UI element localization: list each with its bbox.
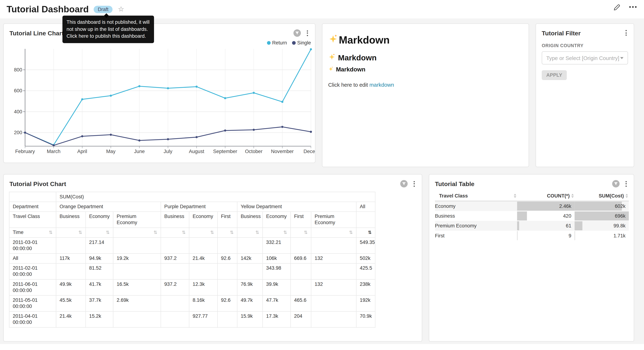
sort-icon[interactable]: [626, 194, 628, 198]
column-header-count[interactable]: COUNT(*): [517, 191, 574, 201]
sort-icon[interactable]: ⇅: [49, 230, 52, 236]
sparkles-icon: [328, 66, 334, 73]
svg-text:May: May: [106, 148, 116, 154]
data-point: [224, 97, 226, 99]
svg-text:November: November: [271, 148, 294, 154]
pivot-subcolumn-header: Premium Economy: [113, 212, 161, 228]
kebab-menu-icon[interactable]: [412, 180, 417, 188]
edit-markdown-link[interactable]: markdown: [369, 82, 394, 88]
value-cell: 420: [517, 211, 574, 221]
sort-icon[interactable]: ⇅: [304, 230, 308, 236]
pivot-subcolumn-header: Business: [161, 212, 189, 228]
markdown-heading-1-text: Markdown: [339, 34, 390, 46]
legend-item-single[interactable]: Single: [292, 40, 311, 46]
sort-icon[interactable]: ⇅: [78, 230, 82, 236]
data-point: [167, 87, 169, 90]
unpublished-tooltip: This dashboard is not published, it will…: [62, 16, 154, 43]
sort-icon-active[interactable]: ⇅: [368, 230, 372, 236]
pivot-value-cell: [237, 238, 262, 254]
value-cell: 99.8k: [574, 221, 629, 231]
legend-dot: [292, 41, 296, 44]
pivot-value-cell: [161, 263, 189, 279]
legend-item-return[interactable]: Return: [267, 40, 287, 46]
sort-icon[interactable]: ⇅: [154, 230, 157, 236]
sort-icon[interactable]: ⇅: [283, 230, 287, 236]
travel-class-cell: Business: [435, 211, 517, 221]
pivot-value-cell: [311, 238, 356, 254]
sparkles-icon: [328, 53, 336, 62]
pivot-subcolumn-header: Economy: [263, 212, 290, 228]
table-row: Business420696k: [435, 211, 629, 221]
sort-icon[interactable]: [514, 194, 516, 198]
more-options-icon[interactable]: [629, 4, 636, 10]
pivot-row: 2011-05-01 00:00:0045.5k37.7k2.69k8.16k9…: [9, 296, 375, 311]
svg-text:July: July: [164, 148, 172, 154]
pivot-subcolumn-header: Economy: [86, 212, 113, 228]
data-point: [196, 136, 198, 138]
filter-card: Tutorial Filter ORIGIN COUNTRY Type or S…: [536, 24, 634, 167]
origin-country-label: ORIGIN COUNTRY: [542, 43, 628, 48]
sort-icon[interactable]: ⇅: [349, 230, 353, 236]
pivot-row: 2011-04-01 00:00:0021.4k15.2k927.7715.9k…: [9, 311, 375, 327]
pivot-row: 2011-06-01 00:00:0049.9k41.7k16.5k937.21…: [9, 280, 375, 296]
origin-country-select[interactable]: Type or Select [Origin Country]: [542, 51, 628, 64]
edit-dashboard-icon[interactable]: [613, 4, 620, 12]
pivot-value-cell: 343.98: [263, 263, 290, 279]
data-point: [253, 129, 255, 131]
sort-icon[interactable]: ⇅: [210, 230, 214, 236]
pivot-value-cell: 238k: [356, 280, 375, 296]
column-header-travel-class[interactable]: Travel Class: [435, 191, 517, 201]
sort-icon[interactable]: ⇅: [106, 230, 110, 236]
pivot-value-cell: 549.35: [356, 238, 375, 254]
pivot-value-cell: 76.9k: [237, 280, 262, 296]
column-header-sum-cost[interactable]: SUM(Cost): [574, 191, 629, 201]
filter-indicator-icon[interactable]: [612, 180, 620, 188]
pivot-row-header: 2011-06-01 00:00:00: [9, 280, 56, 296]
sort-icon[interactable]: ⇅: [256, 230, 259, 236]
pivot-value-cell: [56, 238, 86, 254]
svg-text:800: 800: [14, 67, 22, 72]
markdown-paragraph-text: Click here to edit: [328, 82, 369, 88]
sort-icon[interactable]: ⇅: [230, 230, 234, 236]
pivot-value-cell: 41.7k: [86, 280, 113, 296]
sort-icon[interactable]: ⇅: [182, 230, 186, 236]
pivot-measure-header: SUM(Cost): [56, 192, 375, 202]
kebab-menu-icon[interactable]: [624, 180, 629, 188]
data-point: [138, 85, 140, 88]
chart-legend: ReturnSingle: [267, 40, 311, 46]
apply-button[interactable]: APPLY: [542, 70, 567, 80]
travel-class-cell: Economy: [435, 201, 517, 211]
pivot-value-cell: 332.21: [263, 238, 290, 254]
pivot-row: All117k94.9k19.2k937.221.4k92.6142k106k6…: [9, 254, 375, 263]
filter-indicator-icon[interactable]: [293, 29, 301, 37]
pivot-value-cell: [161, 311, 189, 327]
kebab-menu-icon[interactable]: [305, 30, 310, 37]
pivot-subcolumn-header: Premium Economy: [311, 212, 356, 228]
pivot-value-cell: 19.2k: [113, 254, 161, 263]
value-cell: 2.46k: [517, 201, 574, 211]
pivot-value-cell: [311, 311, 356, 327]
pivot-subdimension-header: Travel Class: [9, 212, 56, 228]
favorite-star-icon[interactable]: ☆: [118, 6, 124, 13]
kebab-menu-icon[interactable]: [624, 29, 629, 37]
table-card-title: Tutorial Table: [435, 180, 474, 187]
legend-label: Return: [272, 40, 287, 46]
value-cell: 9: [517, 231, 574, 240]
pivot-value-cell: 15.9k: [237, 311, 262, 327]
pivot-subcolumn-header: First: [218, 212, 237, 228]
pivot-sort-cell: ⇅: [263, 228, 290, 238]
pivot-row-dimension-label: Time: [13, 230, 24, 236]
table-row: Economy2.46k602k: [435, 201, 629, 211]
pivot-dimension-header: Department: [9, 202, 56, 212]
header-actions: [613, 4, 638, 12]
column-header-label: Travel Class: [439, 193, 468, 199]
legend-label: Single: [297, 40, 311, 46]
value-label: 99.8k: [574, 221, 629, 231]
pivot-value-cell: 192k: [356, 296, 375, 311]
sort-icon[interactable]: [571, 194, 574, 198]
svg-text:October: October: [245, 148, 262, 154]
line-chart-canvas[interactable]: 200400600800FebruaryMarchAprilMayJuneJul…: [4, 40, 315, 160]
draft-badge[interactable]: Draft: [94, 6, 112, 13]
data-point: [52, 144, 55, 146]
filter-indicator-icon[interactable]: [400, 180, 408, 188]
